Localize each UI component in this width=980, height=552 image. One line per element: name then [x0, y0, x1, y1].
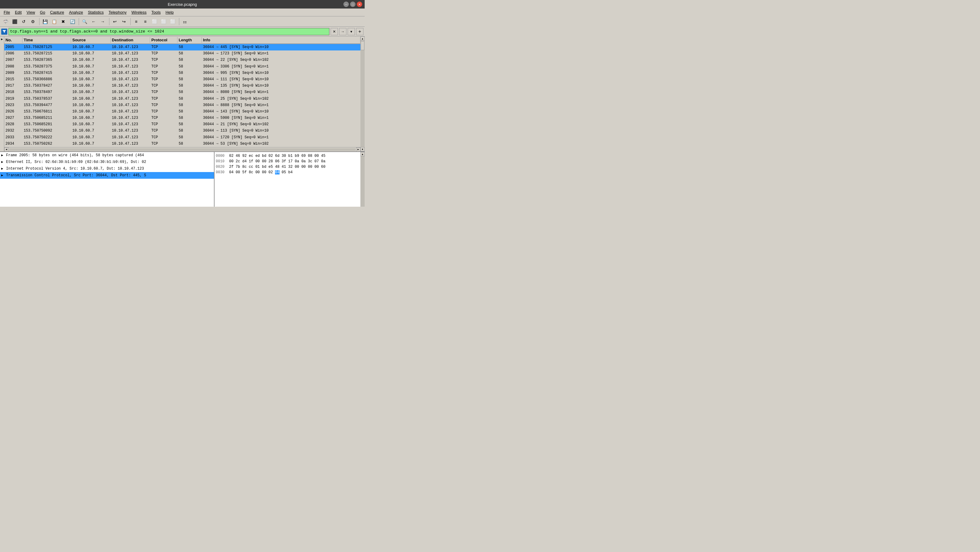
packet-cell-source: 10.10.60.7: [71, 102, 111, 108]
close-button[interactable]: ✕: [357, 2, 362, 7]
expand-arrow[interactable]: ▶: [1, 37, 3, 41]
packet-row[interactable]: 2009153.75028741510.10.60.710.10.47.123T…: [4, 70, 360, 76]
detail-expand-arrow[interactable]: ▶: [1, 153, 6, 158]
options-button[interactable]: ⚙: [29, 17, 37, 25]
packet-row[interactable]: 2032153.75075009210.10.60.710.10.47.123T…: [4, 128, 360, 134]
menu-item-tools[interactable]: Tools: [149, 10, 163, 15]
packet-cell-protocol: TCP: [150, 83, 177, 89]
filter-input[interactable]: [8, 28, 329, 35]
bottom-container: ▶Frame 2005: 58 bytes on wire (464 bits)…: [0, 151, 365, 207]
packet-row[interactable]: 2008153.75028737510.10.60.710.10.47.123T…: [4, 64, 360, 70]
vertical-scrollbar[interactable]: ▲ ▼: [360, 37, 365, 151]
detail-row[interactable]: ▶Frame 2005: 58 bytes on wire (464 bits)…: [0, 152, 214, 159]
packet-header-destination[interactable]: Destination: [111, 37, 150, 43]
packet-cell-destination: 10.10.47.123: [111, 70, 150, 76]
packet-row[interactable]: 2007153.75028736510.10.60.710.10.47.123T…: [4, 57, 360, 63]
filter-clear-button[interactable]: ✕: [331, 28, 338, 35]
menu-item-analyze[interactable]: Analyze: [67, 10, 85, 15]
menu-item-help[interactable]: Help: [163, 10, 176, 15]
save-button[interactable]: 💾: [41, 17, 49, 25]
packet-cell-protocol: TCP: [150, 44, 177, 51]
packet-cell-no-: 2023: [4, 102, 22, 108]
restart-button[interactable]: ↺: [19, 17, 28, 25]
forward-button[interactable]: →: [99, 17, 107, 25]
detail-expand-arrow[interactable]: ▶: [1, 159, 6, 165]
window-title: Exercise.pcapng: [168, 2, 197, 7]
detail-row[interactable]: ▶Ethernet II, Src: 02:6d:30:b1:b9:69 (02…: [0, 159, 214, 165]
pkt-detail-button[interactable]: ≡: [141, 17, 150, 25]
vscroll-down-button[interactable]: ▼: [360, 147, 365, 151]
pkt-diag-button[interactable]: ⬜: [159, 17, 168, 25]
reload-button[interactable]: 🔄: [68, 17, 76, 25]
vscroll-thumb[interactable]: [361, 41, 364, 50]
packet-row[interactable]: 2026153.75067681110.10.60.710.10.47.123T…: [4, 108, 360, 115]
hscroll-track[interactable]: [9, 148, 356, 151]
filter-arrow-button[interactable]: →: [339, 28, 347, 35]
packet-row[interactable]: 2018153.75037849710.10.60.710.10.47.123T…: [4, 89, 360, 95]
packet-row[interactable]: 2019153.75037853710.10.60.710.10.47.123T…: [4, 96, 360, 102]
detail-expand-arrow[interactable]: ▶: [1, 173, 6, 178]
horizontal-scrollbar[interactable]: ◀ ▶: [4, 147, 360, 151]
packet-cell-source: 10.10.60.7: [71, 128, 111, 134]
pkt-bytes-button[interactable]: ⬜: [150, 17, 159, 25]
bottom-vscroll-track[interactable]: [360, 156, 365, 207]
packet-cell-length: 58: [177, 51, 202, 57]
menu-item-view[interactable]: View: [24, 10, 37, 15]
hex-bytes: 02 46 92 ec ed bd 02 6d 30 b1 b9 69 08 0…: [229, 153, 359, 159]
hscroll-left-button[interactable]: ◀: [4, 148, 8, 152]
detail-row[interactable]: ▶Internet Protocol Version 4, Src: 10.10…: [0, 165, 214, 172]
menu-item-capture[interactable]: Capture: [48, 10, 67, 15]
packet-row[interactable]: 2006153.75028721510.10.60.710.10.47.123T…: [4, 51, 360, 57]
packet-header-source[interactable]: Source: [71, 37, 111, 43]
go-back-button[interactable]: ↩: [111, 17, 119, 25]
packet-row[interactable]: 2033153.75075022210.10.60.710.10.47.123T…: [4, 134, 360, 141]
packet-cell-length: 58: [177, 108, 202, 115]
filter-add-button[interactable]: +: [356, 28, 363, 35]
shark-fin-button[interactable]: 🦈: [1, 17, 10, 25]
coloring-button[interactable]: ⚏: [180, 17, 189, 25]
detail-row[interactable]: ▶Transmission Control Protocol, Src Port…: [0, 172, 214, 179]
packet-row[interactable]: 2005153.75028712510.10.60.710.10.47.123T…: [4, 44, 360, 51]
packet-row[interactable]: 2015153.75036688610.10.60.710.10.47.123T…: [4, 76, 360, 83]
packet-cell-info: 36044 → 22 [SYN] Seq=0 Win=102: [202, 57, 360, 63]
pkt-x-button[interactable]: ⬜: [169, 17, 177, 25]
packet-row[interactable]: 2023153.75039447710.10.60.710.10.47.123T…: [4, 102, 360, 108]
hex-bytes: 04 00 5f 8c 00 00 02 04 05 b4: [229, 170, 359, 175]
packet-cell-no-: 2026: [4, 108, 22, 115]
find-button[interactable]: 🔍: [80, 17, 89, 25]
packet-row[interactable]: 2034153.75075026210.10.60.710.10.47.123T…: [4, 141, 360, 147]
stop-button[interactable]: ⬛: [10, 17, 19, 25]
packet-header-length[interactable]: Length: [177, 37, 202, 43]
hscroll-right-button[interactable]: ▶: [356, 148, 360, 152]
maximize-button[interactable]: □: [350, 2, 356, 7]
vscroll-track[interactable]: [360, 41, 365, 147]
packet-header-info[interactable]: Info: [202, 37, 360, 43]
detail-expand-arrow[interactable]: ▶: [1, 166, 6, 172]
packet-header-protocol[interactable]: Protocol: [150, 37, 177, 43]
menu-item-file[interactable]: File: [1, 10, 13, 15]
packet-row[interactable]: 2017153.75037842710.10.60.710.10.47.123T…: [4, 83, 360, 89]
menu-item-telephony[interactable]: Telephony: [106, 10, 129, 15]
close-file-button[interactable]: ✖: [59, 17, 67, 25]
packet-header-time[interactable]: Time: [22, 37, 71, 43]
bottom-vscroll-up[interactable]: ▲: [360, 152, 365, 156]
go-forward-button[interactable]: ↪: [120, 17, 128, 25]
packet-cell-info: 36044 → 143 [SYN] Seq=0 Win=10: [202, 108, 360, 115]
menu-item-go[interactable]: Go: [37, 10, 48, 15]
menu-item-statistics[interactable]: Statistics: [85, 10, 106, 15]
back-button[interactable]: ←: [89, 17, 98, 25]
packet-row[interactable]: 2027153.75068521110.10.60.710.10.47.123T…: [4, 115, 360, 121]
minimize-button[interactable]: ─: [344, 2, 349, 7]
packet-row[interactable]: 2028153.75068528110.10.60.710.10.47.123T…: [4, 121, 360, 128]
menu-item-wireless[interactable]: Wireless: [129, 10, 149, 15]
open-button[interactable]: 📋: [50, 17, 58, 25]
packet-cell-length: 58: [177, 115, 202, 121]
pkt-list-button[interactable]: ≡: [132, 17, 140, 25]
filter-dropdown-button[interactable]: ▾: [348, 28, 355, 35]
menu-item-edit[interactable]: Edit: [13, 10, 24, 15]
packet-header-no-[interactable]: No.: [4, 37, 22, 43]
vscroll-up-button[interactable]: ▲: [360, 37, 365, 41]
packet-cell-source: 10.10.60.7: [71, 108, 111, 115]
packet-cell-no-: 2027: [4, 115, 22, 121]
bottom-vscroll[interactable]: ▲ ▼: [360, 152, 365, 207]
